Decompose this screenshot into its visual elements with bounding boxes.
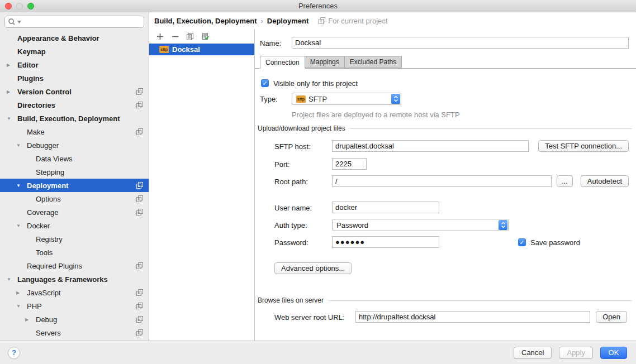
browse-root-path-button[interactable]: ...: [557, 175, 573, 187]
content-row: sftpDocksal Name: ConnectionMappingsExcl…: [149, 29, 636, 341]
sidebar-item-label: Keymap: [17, 47, 46, 56]
use-as-default-button[interactable]: [201, 32, 210, 41]
sidebar-item-label: Coverage: [27, 208, 58, 217]
browse-section-label: Browse files on server: [258, 296, 328, 304]
sidebar-item-languages-frameworks[interactable]: ▼Languages & Frameworks: [0, 272, 149, 286]
sidebar-item-plugins[interactable]: Plugins: [0, 71, 149, 85]
deployment-form: Name: ConnectionMappingsExcluded Paths ✓…: [255, 29, 636, 341]
project-scope-icon: [136, 195, 143, 202]
chevron-down-icon[interactable]: ▼: [16, 223, 21, 228]
root-path-input[interactable]: [332, 175, 552, 187]
sidebar-item-deployment[interactable]: ▼Deployment: [0, 179, 149, 192]
password-input[interactable]: [332, 236, 439, 248]
upload-section-line: [350, 128, 632, 129]
sidebar-item-build-execution-deployment[interactable]: ▼Build, Execution, Deployment: [0, 112, 149, 125]
ok-button[interactable]: OK: [600, 347, 627, 359]
sidebar-item-required-plugins[interactable]: Required Plugins: [0, 259, 149, 272]
sidebar-item-label: Debug: [36, 315, 57, 324]
sftp-file-icon: sftp: [296, 95, 306, 103]
sidebar-item-directories[interactable]: Directories: [0, 98, 149, 112]
settings-tree: Appearance & BehaviorKeymap▶EditorPlugin…: [0, 30, 149, 339]
sidebar-item-tools[interactable]: Tools: [0, 246, 149, 259]
right-area: Build, Execution, Deployment › Deploymen…: [149, 12, 636, 341]
advanced-options-button[interactable]: Advanced options...: [274, 262, 352, 274]
type-select[interactable]: sftp SFTP: [292, 93, 401, 105]
remove-server-button[interactable]: [170, 32, 179, 41]
project-scope-icon: [136, 316, 143, 323]
auth-type-label: Auth type:: [274, 221, 307, 229]
sidebar-item-debug[interactable]: ▶Debug: [0, 313, 149, 326]
name-input[interactable]: [292, 37, 629, 49]
tab-excluded-paths[interactable]: Excluded Paths: [345, 56, 402, 68]
auth-type-select[interactable]: Password: [332, 219, 509, 231]
web-root-input[interactable]: [355, 311, 590, 323]
sidebar-item-data-views[interactable]: Data Views: [0, 152, 149, 165]
sidebar-item-servers[interactable]: Servers: [0, 326, 149, 339]
help-button[interactable]: ?: [8, 347, 20, 359]
chevron-down-icon[interactable]: ▼: [7, 277, 11, 282]
save-password-checkbox[interactable]: ✓: [518, 238, 526, 246]
sidebar-item-editor[interactable]: ▶Editor: [0, 58, 149, 71]
chevron-down-icon[interactable]: ▼: [16, 143, 21, 148]
port-input[interactable]: [332, 158, 367, 170]
breadcrumb-parent[interactable]: Build, Execution, Deployment: [154, 17, 257, 25]
sidebar-item-javascript[interactable]: ▶JavaScript: [0, 286, 149, 299]
apply-button[interactable]: Apply: [559, 347, 593, 359]
project-scope-icon: [136, 303, 143, 309]
visible-only-checkbox[interactable]: ✓: [261, 79, 269, 87]
sidebar-item-options[interactable]: Options: [0, 192, 149, 205]
server-list-panel: sftpDocksal: [149, 29, 255, 341]
sidebar-item-label: Registry: [36, 235, 63, 243]
sidebar-item-keymap[interactable]: Keymap: [0, 45, 149, 58]
save-password-label: Save password: [530, 238, 580, 247]
server-list: sftpDocksal: [149, 44, 254, 55]
tab-connection[interactable]: Connection: [260, 56, 305, 69]
project-scope-icon: [136, 289, 143, 296]
add-server-button[interactable]: [155, 32, 164, 41]
cancel-button[interactable]: Cancel: [514, 347, 552, 359]
copy-server-button[interactable]: [186, 32, 194, 41]
port-label: Port:: [274, 160, 289, 169]
sidebar-item-label: Docker: [27, 222, 50, 230]
sidebar-item-php[interactable]: ▼PHP: [0, 299, 149, 313]
chevron-right-icon[interactable]: ▶: [7, 89, 10, 94]
sftp-host-input[interactable]: [332, 140, 529, 152]
main-area: Appearance & BehaviorKeymap▶EditorPlugin…: [0, 12, 636, 341]
sidebar-item-stepping[interactable]: Stepping: [0, 165, 149, 179]
settings-sidebar: Appearance & BehaviorKeymap▶EditorPlugin…: [0, 12, 149, 341]
search-input[interactable]: [22, 17, 141, 27]
minimize-window-icon: [16, 3, 23, 9]
chevron-right-icon[interactable]: ▶: [7, 63, 10, 68]
zoom-window-icon[interactable]: [27, 3, 34, 9]
sidebar-item-label: Appearance & Behavior: [17, 34, 99, 42]
server-list-item-docksal[interactable]: sftpDocksal: [149, 44, 254, 55]
search-filter-chevron-icon[interactable]: [17, 21, 21, 23]
sidebar-item-registry[interactable]: Registry: [0, 232, 149, 246]
search-box[interactable]: [4, 16, 144, 28]
sidebar-item-docker[interactable]: ▼Docker: [0, 219, 149, 232]
chevron-right-icon[interactable]: ▶: [25, 317, 29, 322]
autodetect-button[interactable]: Autodetect: [581, 175, 629, 187]
sidebar-item-appearance-behavior[interactable]: Appearance & Behavior: [0, 31, 149, 45]
chevron-right-icon[interactable]: ▶: [16, 290, 20, 295]
project-scope-icon: [136, 102, 143, 108]
chevron-down-icon[interactable]: ▼: [16, 304, 21, 309]
sftp-file-icon: sftp: [159, 46, 169, 53]
user-name-input[interactable]: [332, 202, 439, 213]
open-url-button[interactable]: Open: [596, 311, 627, 323]
footer-buttons: Cancel Apply OK: [514, 347, 627, 359]
chevron-down-icon[interactable]: ▼: [16, 183, 21, 188]
test-sftp-connection-button[interactable]: Test SFTP connection...: [538, 140, 629, 152]
sidebar-item-coverage[interactable]: Coverage: [0, 205, 149, 219]
sidebar-item-debugger[interactable]: ▼Debugger: [0, 138, 149, 152]
chevron-down-icon[interactable]: ▼: [7, 116, 11, 121]
close-window-icon[interactable]: [5, 3, 12, 9]
tab-bar: ConnectionMappingsExcluded Paths: [260, 56, 402, 69]
breadcrumb: Build, Execution, Deployment › Deploymen…: [149, 12, 636, 29]
sidebar-item-make[interactable]: Make: [0, 125, 149, 138]
server-list-toolbar: [149, 29, 254, 44]
for-current-project-label: For current project: [328, 17, 387, 25]
tab-mappings[interactable]: Mappings: [305, 56, 345, 68]
sidebar-item-version-control[interactable]: ▶Version Control: [0, 85, 149, 98]
breadcrumb-current: Deployment: [267, 17, 308, 25]
